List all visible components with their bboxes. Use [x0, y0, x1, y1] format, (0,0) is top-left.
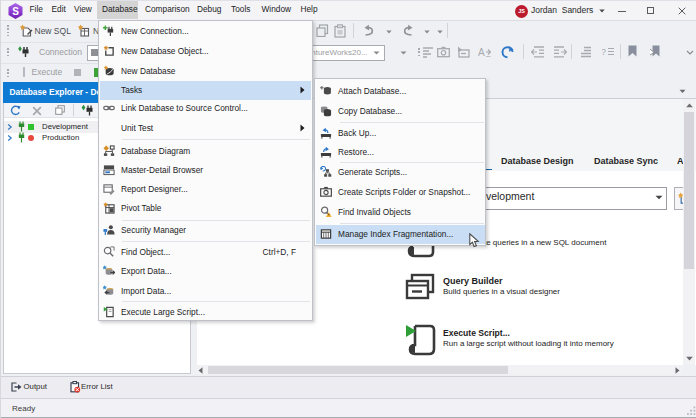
- svg-text:S: S: [12, 6, 19, 17]
- svg-text:A: A: [478, 47, 485, 58]
- svg-text:?: ?: [602, 47, 606, 57]
